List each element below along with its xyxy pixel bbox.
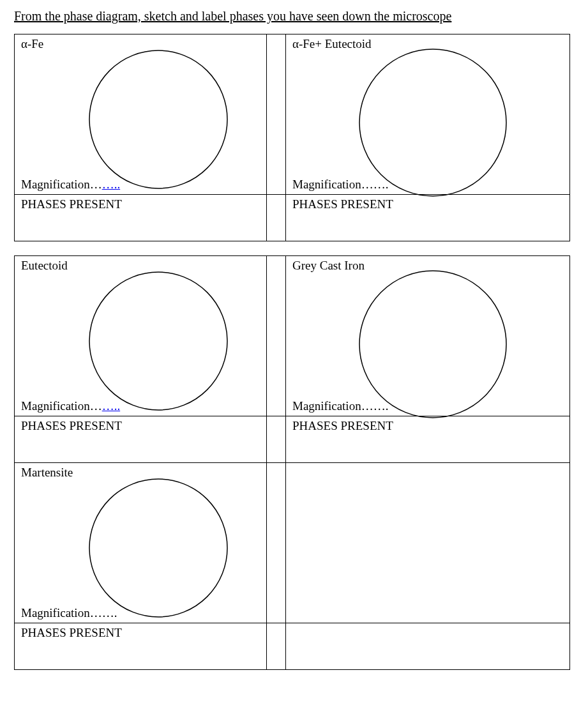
svg-point-1 [359, 49, 506, 196]
spacer-cell [267, 416, 286, 463]
magnification-label: Magnification… [21, 399, 102, 413]
phases-present-label: PHASES PRESENT [15, 623, 266, 642]
spacer-cell [267, 195, 286, 241]
phases-cell-r3c2-empty [286, 623, 570, 670]
sketch-cell-r1c1: α-Fe Magnification…….. [15, 34, 267, 195]
microscope-field-circle [85, 475, 232, 621]
magnification-link-dots[interactable]: ….. [102, 178, 121, 191]
microscope-field-circle [85, 268, 232, 414]
phases-present-label: PHASES PRESENT [15, 195, 266, 214]
magnification-plain-dots: …. [373, 399, 389, 413]
magnification-label: Magnification… [21, 178, 102, 191]
magnification-link-dots[interactable]: ….. [102, 399, 121, 413]
phases-cell-r2c2: PHASES PRESENT [286, 416, 570, 463]
svg-point-2 [89, 272, 227, 410]
phases-present-label: PHASES PRESENT [15, 416, 266, 436]
magnification-plain-dots: …. [373, 178, 389, 191]
magnification-label: Magnification… [21, 606, 102, 620]
magnification-row: Magnification……. [21, 606, 117, 620]
sketch-cell-r3c2-empty [286, 463, 570, 623]
phases-cell-r1c1: PHASES PRESENT [15, 195, 267, 241]
cell-title-r1c1: α-Fe [21, 37, 43, 52]
phases-cell-r2c1: PHASES PRESENT [15, 416, 267, 463]
spacer-cell [267, 256, 286, 416]
microscope-field-circle [356, 46, 509, 199]
cell-title-r2c2: Grey Cast Iron [292, 259, 365, 273]
magnification-row: Magnification…….. [21, 399, 120, 413]
observation-table-2: Eutectoid Magnification…….. Grey Cast Ir… [14, 255, 570, 670]
spacer-cell [267, 623, 286, 670]
magnification-label: Magnification… [292, 178, 373, 191]
phases-cell-r3c1: PHASES PRESENT [15, 623, 267, 670]
sketch-cell-r1c2: α-Fe+ Eutectoid Magnification……. [286, 34, 570, 195]
cell-title-r2c1: Eutectoid [21, 259, 68, 273]
microscope-field-circle [85, 46, 232, 193]
magnification-row: Magnification…….. [21, 178, 120, 192]
magnification-plain-dots: …. [102, 606, 117, 620]
sketch-cell-r2c1: Eutectoid Magnification…….. [15, 256, 267, 416]
svg-point-0 [89, 50, 227, 188]
svg-point-3 [359, 271, 506, 418]
magnification-row: Magnification……. [292, 399, 388, 413]
spacer-cell [267, 463, 286, 623]
worksheet-title: From the phase diagram, sketch and label… [14, 9, 574, 24]
worksheet-page: From the phase diagram, sketch and label… [0, 0, 588, 703]
spacer-cell [267, 34, 286, 195]
magnification-row: Magnification……. [292, 178, 388, 192]
observation-table-1: α-Fe Magnification…….. α-Fe+ Eutectoid M… [14, 34, 570, 241]
cell-title-r3c1: Martensite [21, 466, 73, 480]
microscope-field-circle [356, 268, 509, 421]
phases-cell-r1c2: PHASES PRESENT [286, 195, 570, 241]
sketch-cell-r2c2: Grey Cast Iron Magnification……. [286, 256, 570, 416]
magnification-label: Magnification… [292, 399, 373, 413]
svg-point-4 [89, 479, 227, 617]
sketch-cell-r3c1: Martensite Magnification……. [15, 463, 267, 623]
